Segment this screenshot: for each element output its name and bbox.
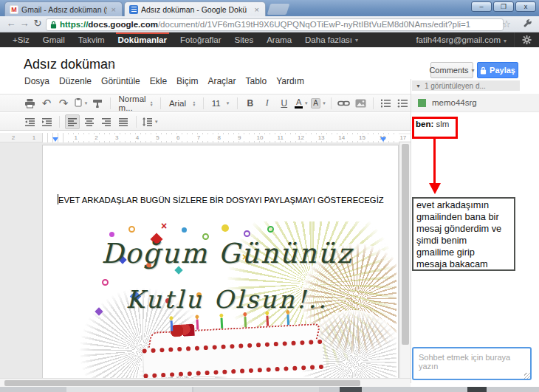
bookmark-star-icon[interactable]: ☆ bbox=[502, 18, 511, 30]
highlight-color-button[interactable]: A ▾ bbox=[311, 96, 326, 111]
viewers-dropdown[interactable]: ▼ 1 görüntüleyen d... bbox=[412, 80, 520, 91]
reload-icon[interactable]: ↻ bbox=[31, 18, 44, 29]
tab-gmail[interactable]: M Gmail - Adsız doküman (fatih4 × bbox=[4, 1, 123, 16]
print-icon[interactable] bbox=[22, 96, 37, 111]
divider bbox=[237, 97, 238, 109]
ruler-number: 14 bbox=[332, 134, 352, 141]
google-bar-item[interactable]: Gmail bbox=[36, 32, 72, 47]
close-button[interactable]: x bbox=[515, 1, 536, 12]
menu-item[interactable]: Görüntüle bbox=[101, 76, 140, 86]
ruler-number: 1 bbox=[66, 134, 86, 141]
menu-bar: DosyaDüzenleGörüntüleEkleBiçimAraçlarTab… bbox=[24, 76, 304, 86]
star-document-icon[interactable]: ☆ bbox=[106, 58, 115, 72]
share-button[interactable]: Paylaş bbox=[477, 62, 518, 78]
italic-button[interactable]: I bbox=[260, 96, 275, 111]
paint-roller-icon[interactable] bbox=[90, 96, 105, 111]
taskbar-segment bbox=[193, 387, 319, 392]
ruler-number: 11 bbox=[270, 134, 291, 141]
taskbar-segment bbox=[66, 387, 192, 392]
google-bar-item[interactable]: Dokümanlar bbox=[111, 32, 174, 47]
ruler-number: 2 bbox=[3, 134, 24, 141]
gdoc-favicon-icon bbox=[129, 5, 138, 14]
tab-docs[interactable]: Adsız doküman - Google Dokü × bbox=[124, 1, 266, 16]
ruler: 21 1234567891011121314151617 bbox=[0, 133, 411, 142]
annotation-note-line: mesaj gönderdim ve bbox=[416, 223, 511, 235]
right-indent-marker[interactable] bbox=[380, 137, 386, 142]
text-color-button[interactable]: A ▾ bbox=[294, 96, 309, 111]
annotation-note-line: mesaja bakacam bbox=[416, 258, 511, 270]
google-bar-item[interactable]: Arama bbox=[260, 32, 298, 47]
resize-grip-icon[interactable] bbox=[524, 373, 530, 379]
google-bar-item[interactable]: Sites bbox=[228, 32, 261, 47]
menu-item[interactable]: Ekle bbox=[150, 76, 167, 86]
address-bar[interactable]: https://docs.google.com/document/d/1VF6m… bbox=[46, 18, 504, 31]
vertical-scrollbar[interactable] bbox=[399, 142, 411, 378]
vertical-scrollbar-thumb[interactable] bbox=[402, 144, 409, 345]
forward-icon[interactable]: → bbox=[18, 18, 31, 29]
insert-image-icon[interactable] bbox=[353, 96, 368, 111]
menu-item[interactable]: Düzenle bbox=[59, 76, 92, 86]
google-bar-item[interactable]: +Siz bbox=[6, 32, 36, 47]
underline-button[interactable]: U bbox=[277, 96, 292, 111]
google-bar-item[interactable]: Daha fazlası bbox=[298, 32, 365, 47]
restore-button[interactable]: ❐ bbox=[493, 1, 514, 12]
tab-gmail-label: Gmail - Adsız doküman (fatih4 bbox=[21, 5, 107, 14]
align-center-button[interactable] bbox=[82, 114, 97, 129]
browser-window: M Gmail - Adsız doküman (fatih4 × Adsız … bbox=[0, 0, 539, 392]
horizontal-scrollbar-thumb[interactable] bbox=[4, 380, 360, 386]
document-page[interactable]: EVET ARKADAŞLAR BUGÜN SİZLERE BİR DOSYAY… bbox=[42, 145, 399, 388]
chat-input[interactable] bbox=[412, 347, 532, 380]
left-indent-marker[interactable] bbox=[52, 137, 58, 142]
font-select[interactable]: Arial ▴▾ bbox=[166, 99, 198, 108]
chevron-down-icon: ▾ bbox=[155, 119, 158, 125]
insert-link-icon[interactable] bbox=[336, 96, 351, 111]
decrease-indent-icon[interactable] bbox=[22, 114, 37, 129]
editor-toolbar: ↶ ↷ ▾ Normal m... ▴▾ Arial ▴▾ 11 ▾ B I U… bbox=[0, 94, 411, 112]
ruler-number: 1 bbox=[24, 134, 44, 141]
horizontal-scrollbar[interactable] bbox=[0, 378, 411, 387]
line-spacing-button[interactable]: ▾ bbox=[142, 114, 158, 129]
menu-item[interactable]: Dosya bbox=[24, 76, 49, 86]
paint-format-icon[interactable]: ▾ bbox=[73, 96, 88, 111]
menu-item[interactable]: Yardım bbox=[276, 76, 304, 86]
tab-close-icon[interactable]: × bbox=[110, 5, 117, 14]
back-icon[interactable]: ← bbox=[4, 18, 18, 29]
updown-icon: ▴▾ bbox=[151, 100, 153, 106]
undo-icon[interactable]: ↶ bbox=[39, 96, 54, 111]
menu-item[interactable]: Biçim bbox=[176, 76, 198, 86]
divider bbox=[373, 97, 374, 109]
styles-select[interactable]: Normal m... ▴▾ bbox=[116, 94, 156, 112]
bold-button[interactable]: B bbox=[243, 96, 258, 111]
document-canvas: EVET ARKADAŞLAR BUGÜN SİZLERE BİR DOSYAY… bbox=[0, 142, 399, 378]
chevron-down-icon: ▼ bbox=[416, 83, 421, 89]
google-bar-item[interactable]: Takvim bbox=[72, 32, 111, 47]
font-size-select[interactable]: 11 ▾ bbox=[209, 99, 232, 108]
annotation-note-line: gmailinden bana bir bbox=[416, 211, 511, 223]
numbered-list-icon[interactable] bbox=[379, 96, 394, 111]
comments-button[interactable]: Comments bbox=[430, 62, 473, 78]
justify-button[interactable] bbox=[116, 114, 131, 129]
ruler-number: 2 bbox=[86, 134, 107, 141]
divider bbox=[59, 116, 60, 128]
ruler-number: 7 bbox=[188, 134, 209, 141]
gear-icon[interactable] bbox=[515, 35, 539, 45]
wrench-menu-icon[interactable] bbox=[523, 19, 533, 30]
minimize-button[interactable]: – bbox=[471, 1, 492, 12]
redo-icon[interactable]: ↷ bbox=[56, 96, 71, 111]
menu-item[interactable]: Araçlar bbox=[207, 76, 236, 86]
birthday-image[interactable]: × × Doğum Gününüz Kutlu Olsun!.. bbox=[58, 221, 396, 388]
account-email[interactable]: fatih44srg@gmail.com bbox=[408, 35, 514, 44]
menu-item[interactable]: Tablo bbox=[245, 76, 267, 86]
align-right-button[interactable] bbox=[99, 114, 114, 129]
google-bar-item[interactable]: Fotoğraflar bbox=[174, 32, 228, 47]
ruler-page-numbers: 1234567891011121314151617 bbox=[66, 134, 413, 141]
annotation-note-line: evet arkadaşımın bbox=[416, 199, 511, 211]
document-title[interactable]: Adsız doküman bbox=[24, 57, 115, 72]
ruler-number: 15 bbox=[352, 134, 373, 141]
bulleted-list-icon[interactable] bbox=[396, 96, 411, 111]
document-paragraph: EVET ARKADAŞLAR BUGÜN SİZLERE BİR DOSYAY… bbox=[58, 196, 384, 204]
tab-close-icon[interactable]: × bbox=[253, 5, 261, 14]
increase-indent-icon[interactable] bbox=[39, 114, 54, 129]
new-tab-button[interactable] bbox=[267, 4, 290, 15]
align-left-button[interactable] bbox=[65, 114, 80, 129]
